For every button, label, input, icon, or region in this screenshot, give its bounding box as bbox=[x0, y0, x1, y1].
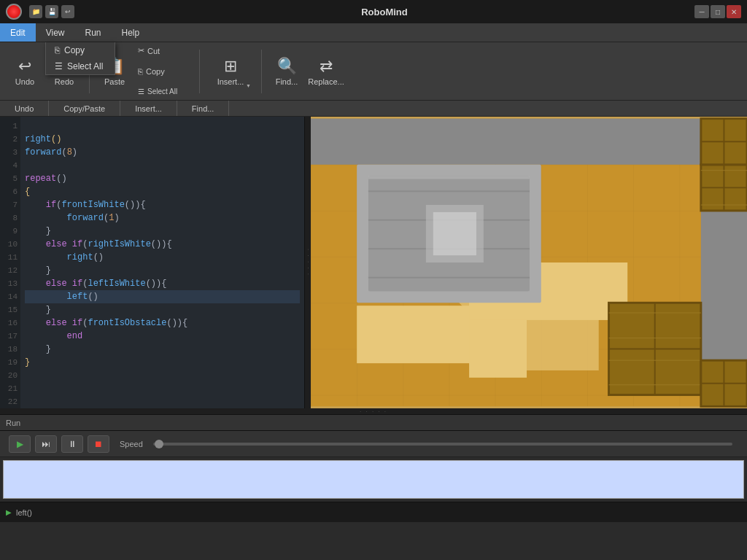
cut-button[interactable]: ✂ Cut bbox=[135, 42, 193, 61]
copy-icon: ⎘ bbox=[55, 45, 60, 55]
horizontal-resize-handle[interactable]: · · · · · bbox=[0, 408, 747, 414]
replace-icon: ⇄ bbox=[320, 57, 333, 76]
speed-knob[interactable] bbox=[155, 440, 163, 448]
code-line-15: } bbox=[25, 303, 300, 316]
code-line-13: else if(leftIsWhite()){ bbox=[25, 277, 300, 290]
menu-run[interactable]: Run bbox=[74, 23, 111, 42]
code-line-5: repeat() bbox=[25, 172, 300, 185]
copy-icon: ⎘ bbox=[138, 67, 143, 76]
svg-rect-2 bbox=[311, 119, 747, 165]
code-line-19: } bbox=[25, 356, 300, 369]
find-icon: 🔍 bbox=[277, 57, 297, 76]
menu-help[interactable]: Help bbox=[112, 23, 150, 42]
game-canvas bbox=[311, 117, 747, 408]
insert-button[interactable]: ⊞ Insert... bbox=[206, 50, 255, 93]
main-area: 123456 789101112 131415161718 19202122 r… bbox=[0, 117, 747, 408]
code-line-10: else if(rightIsWhite()){ bbox=[25, 238, 300, 251]
undo-button[interactable]: ↩ Undo bbox=[6, 50, 44, 93]
code-line-22 bbox=[25, 395, 300, 408]
menu-edit[interactable]: Edit bbox=[0, 23, 36, 42]
game-world-svg bbox=[311, 117, 747, 408]
folder-icon[interactable]: 📁 bbox=[29, 5, 42, 18]
code-line-9: } bbox=[25, 225, 300, 238]
stop-button[interactable]: ⏹ bbox=[88, 435, 109, 453]
line-numbers: 123456 789101112 131415161718 19202122 bbox=[0, 117, 20, 408]
code-line-1 bbox=[25, 120, 300, 133]
svg-rect-11 bbox=[368, 190, 530, 192]
minimize-button[interactable]: ─ bbox=[694, 5, 709, 18]
code-line-11: right() bbox=[25, 251, 300, 264]
toolbar-labels: Undo Copy/Paste Insert... Find... bbox=[0, 101, 747, 117]
step-button[interactable]: ⏭ bbox=[35, 435, 57, 453]
titlebar: 📁 💾 ↩ RoboMind ─ □ ✕ bbox=[0, 0, 747, 23]
code-line-2: right() bbox=[25, 133, 300, 146]
toolbar-find-group: 🔍 Find... ⇄ Replace... bbox=[268, 50, 351, 93]
status-play-icon: ▶ bbox=[6, 508, 12, 516]
statusbar: ▶ left() bbox=[0, 502, 747, 522]
svg-rect-10 bbox=[368, 176, 530, 179]
cut-icon: ✂ bbox=[138, 46, 144, 55]
replace-button[interactable]: ⇄ Replace... bbox=[307, 50, 345, 93]
copy-menu-item[interactable]: ⎘ Copy bbox=[46, 42, 115, 58]
save-icon[interactable]: 💾 bbox=[45, 5, 58, 18]
select-all-button[interactable]: ☰ Select All bbox=[135, 82, 193, 101]
code-line-18: } bbox=[25, 343, 300, 356]
maximize-button[interactable]: □ bbox=[711, 5, 725, 18]
code-editor[interactable]: 123456 789101112 131415161718 19202122 r… bbox=[0, 117, 305, 408]
window-controls: ─ □ ✕ bbox=[694, 5, 741, 18]
status-text: left() bbox=[16, 508, 32, 517]
code-content: right() forward(8) repeat() { if(frontIs… bbox=[20, 117, 304, 408]
run-header: Run bbox=[0, 415, 747, 431]
code-line-20 bbox=[25, 369, 300, 382]
code-line-14: left() bbox=[25, 290, 300, 303]
copy-button[interactable]: ⎘ Copy bbox=[135, 62, 193, 81]
pause-button[interactable]: ⏸ bbox=[61, 435, 83, 453]
insert-icon: ⊞ bbox=[224, 57, 237, 76]
select-all-menu-item[interactable]: ☰ Select All bbox=[46, 58, 115, 74]
close-button[interactable]: ✕ bbox=[727, 5, 741, 18]
toolbar-label-find[interactable]: Find... bbox=[177, 101, 230, 116]
code-line-21 bbox=[25, 382, 300, 395]
find-button[interactable]: 🔍 Find... bbox=[268, 50, 306, 93]
run-output bbox=[3, 460, 744, 499]
code-line-6: { bbox=[25, 185, 300, 198]
toolbar-label-insert[interactable]: Insert... bbox=[120, 101, 177, 116]
speed-label: Speed bbox=[120, 440, 143, 448]
code-lines: 123456 789101112 131415161718 19202122 r… bbox=[0, 117, 304, 408]
speed-slider[interactable] bbox=[153, 443, 732, 446]
run-panel: Run ▶ ⏭ ⏸ ⏹ Speed bbox=[0, 414, 747, 502]
menubar: Edit View Run Help ⎘ Copy ☰ Select All bbox=[0, 23, 747, 42]
window-quick-icons: 📁 💾 ↩ bbox=[29, 5, 74, 18]
vertical-resize-handle[interactable]: · · · · · bbox=[305, 117, 311, 408]
play-button[interactable]: ▶ bbox=[9, 435, 31, 453]
menu-view[interactable]: View bbox=[36, 23, 75, 42]
run-controls: ▶ ⏭ ⏸ ⏹ Speed bbox=[0, 431, 747, 457]
select-all-icon: ☰ bbox=[55, 61, 63, 71]
edit-dropdown: ⎘ Copy ☰ Select All bbox=[45, 42, 115, 75]
app-logo bbox=[6, 4, 22, 20]
code-line-4 bbox=[25, 159, 300, 172]
toolbar-label-copypaste[interactable]: Copy/Paste bbox=[49, 101, 120, 116]
code-line-12: } bbox=[25, 264, 300, 277]
code-line-7: if(frontIsWhite()){ bbox=[25, 198, 300, 211]
svg-rect-14 bbox=[368, 277, 530, 279]
svg-rect-16 bbox=[433, 212, 476, 255]
undo-icon: ↩ bbox=[18, 57, 31, 76]
back-icon[interactable]: ↩ bbox=[61, 5, 74, 18]
code-line-3: forward(8) bbox=[25, 146, 300, 159]
code-line-17: end bbox=[25, 330, 300, 343]
code-line-16: else if(frontIsObstacle()){ bbox=[25, 316, 300, 330]
toolbar-label-undo[interactable]: Undo bbox=[0, 101, 49, 116]
resize-dots-horizontal: · · · · · bbox=[360, 408, 387, 415]
select-all-icon: ☰ bbox=[138, 88, 144, 96]
app-title: RoboMind bbox=[80, 7, 689, 18]
code-line-8: forward(1) bbox=[25, 211, 300, 225]
toolbar-insert-group: ⊞ Insert... bbox=[206, 50, 262, 93]
